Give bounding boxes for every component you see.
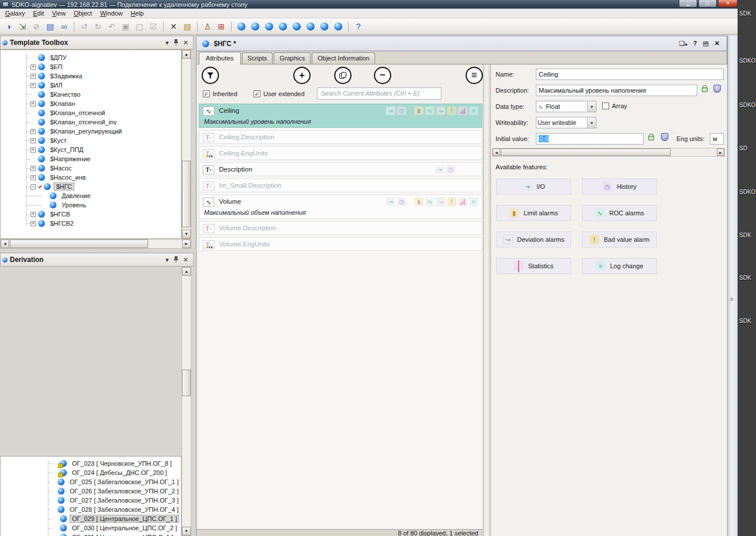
find-icon[interactable]: ∞ [58, 20, 70, 33]
synchronize-views-icon[interactable] [318, 20, 331, 33]
log-feature-button[interactable]: ≡Log change [582, 258, 657, 274]
tree-item-label[interactable]: $Клапан_отсечной [48, 109, 107, 117]
unlocked-icon[interactable] [648, 136, 654, 140]
scroll-thumb[interactable] [501, 149, 671, 156]
tree-item-label[interactable]: ОГ_030 [ Центральное_ЦПС.ОГ_2 ] [70, 524, 179, 532]
toolbox-item[interactable]: +$Насос_инв [1, 173, 181, 182]
tree-item-label[interactable]: $Клапан_регулирующий [48, 127, 124, 135]
tree-item-label[interactable]: $НГС [54, 183, 74, 191]
history-feature-button[interactable]: ◷History [582, 178, 657, 195]
attribute-row-volume-description[interactable]: TтVolume.Description [199, 221, 482, 235]
scroll-left-icon[interactable]: ◄ [1, 240, 9, 248]
toolbox-item[interactable]: +$НГСВ [1, 210, 181, 219]
collapse-icon[interactable]: − [31, 184, 36, 189]
graphic-toolbox-icon[interactable] [304, 20, 317, 33]
scroll-thumb[interactable] [182, 161, 191, 227]
attribute-row-ceiling-engunits[interactable]: TтCeiling.EngUnits [199, 146, 482, 160]
close-panel-icon[interactable]: ✕ [183, 256, 188, 264]
filter-button[interactable] [202, 67, 219, 84]
inherited-filter[interactable]: ✓ Inherited [203, 90, 237, 97]
initial-value-field[interactable]: 0,0 [536, 133, 644, 145]
checkbox-unchecked-icon[interactable] [602, 102, 609, 109]
expand-icon[interactable]: + [31, 64, 36, 70]
menu-help[interactable]: Help [127, 9, 148, 17]
derivation-item[interactable]: ОГ_031 [ Центральное_ЦПС.С_1 ] [1, 533, 181, 536]
expand-icon[interactable]: + [31, 221, 36, 226]
tree-item-label[interactable]: $Насос [48, 164, 74, 172]
security-shield-icon[interactable]: ↻ [713, 85, 721, 93]
attribute-row-volume-engunits[interactable]: TтVolume.EngUnits [199, 237, 482, 251]
checkout-icon[interactable]: ↺ [78, 20, 90, 33]
tree-item-label[interactable]: $НГСВ2 [48, 219, 76, 227]
checkbox-checked-icon[interactable]: ✓ [254, 90, 260, 97]
scroll-up-icon[interactable]: ▲ [182, 50, 191, 59]
tree-item-label[interactable]: ОГ_025 [ Забегаловское_УПН.ОГ_1 ] [67, 478, 181, 486]
menu-view[interactable]: View [48, 9, 70, 17]
derivation-view-icon[interactable] [263, 20, 275, 33]
search-input[interactable]: Search Current Attributes (Ctrl + E) [317, 88, 441, 100]
undo-checkout-icon[interactable]: ↶ [105, 20, 118, 33]
tree-item-label[interactable]: $ЕП [48, 63, 65, 71]
tree-item-label[interactable]: ОГ_029 [ Центральное_ЦПС.ОГ_1 ] [70, 515, 179, 523]
scroll-up-icon[interactable]: ▲ [182, 267, 191, 276]
toolbox-item[interactable]: +$Клапан [1, 99, 181, 108]
toolbox-item[interactable]: +$Куст [1, 136, 181, 145]
scroll-down-icon[interactable]: ▼ [182, 527, 191, 535]
expand-icon[interactable]: + [31, 166, 36, 171]
dev-feature-button[interactable]: ↝Deviation alarms [496, 231, 571, 248]
toolbox-item[interactable]: $Клапан_отсечной_inv [1, 117, 181, 127]
toolbox-hscrollbar[interactable]: ◄ ► [0, 239, 191, 249]
derivation-item[interactable]: ОГ_030 [ Центральное_ЦПС.ОГ_2 ] [1, 523, 181, 533]
menu-galaxy[interactable]: Galaxy [1, 9, 29, 17]
tree-item-label[interactable]: $Клапан [48, 100, 77, 108]
scroll-thumb[interactable] [182, 370, 191, 396]
tree-item-label[interactable]: ОГ_026 [ Забегаловское_УПН.ОГ_2 ] [67, 487, 181, 495]
add-attribute-button[interactable]: + [293, 67, 311, 84]
attribute-menu-button[interactable]: ≡ [466, 67, 483, 84]
unlocked-icon[interactable] [702, 88, 708, 92]
scroll-down-icon[interactable]: ▼ [182, 230, 191, 238]
minimize-button[interactable]: ▁ [679, 0, 697, 7]
tree-item-label[interactable]: Уровень [59, 201, 88, 209]
tree-item-label[interactable]: $Задвижка [48, 72, 85, 80]
derivation-vscrollbar[interactable]: ▲ ▼ [182, 267, 191, 536]
galaxy-browser-icon[interactable] [332, 20, 345, 33]
tree-item-label[interactable]: Давление [59, 192, 93, 200]
duplicate-attribute-button[interactable] [334, 67, 351, 84]
derivation-item[interactable]: ОГ_028 [ Забегаловское_УПН.ОГ_4 ] [1, 505, 181, 514]
menu-window[interactable]: Window [96, 9, 127, 17]
editor-splitter[interactable] [483, 64, 491, 536]
toolbox-item[interactable]: +$ЕП [1, 62, 181, 71]
tree-item-label[interactable]: $Качество [48, 90, 83, 98]
tree-item-label[interactable]: ОГ_028 [ Забегаловское_УПН.ОГ_4 ] [67, 505, 181, 514]
platform-manager-icon[interactable]: ⊞ [215, 20, 228, 33]
scroll-thumb[interactable] [10, 240, 148, 248]
toolbox-item[interactable]: +$Задвижка [1, 71, 181, 81]
help-icon[interactable]: ? [352, 20, 365, 33]
deployment-view-icon[interactable] [249, 20, 262, 33]
expand-icon[interactable]: + [31, 175, 36, 180]
toolbox-item[interactable]: +$ИЛ [1, 81, 181, 90]
tree-item-label[interactable]: $ДПУ [48, 54, 69, 62]
expand-icon[interactable]: + [31, 147, 36, 153]
expand-icon[interactable]: + [31, 138, 36, 143]
array-checkbox[interactable]: Array [602, 102, 627, 109]
dropdown-arrow-icon[interactable]: ▼ [587, 101, 596, 112]
scroll-right-icon[interactable]: ► [182, 240, 191, 248]
expand-icon[interactable]: + [31, 129, 36, 134]
engunits-field[interactable]: м [710, 133, 724, 145]
tab-object-information[interactable]: Object Information [312, 52, 375, 64]
tree-item-label[interactable]: $Напряжение [48, 155, 93, 163]
panel-menu-icon[interactable]: ▾ [165, 256, 169, 264]
tree-item-label[interactable]: ОГ_031 [ Центральное_ЦПС.С_1 ] [70, 533, 176, 536]
connect-galaxy-icon[interactable]: ◑ [2, 20, 15, 33]
checkin-icon[interactable]: ↻ [92, 20, 104, 33]
derivation-item[interactable]: ОГ_025 [ Забегаловское_УПН.ОГ_1 ] [1, 477, 181, 486]
toolbox-item[interactable]: +$Куст_ППД [1, 145, 181, 154]
model-view-icon[interactable] [235, 20, 248, 33]
save-icon[interactable]: ▤ [44, 20, 56, 33]
datatype-dropdown[interactable]: ∿ Float ▼ [536, 101, 596, 112]
attribute-row-im_small-description[interactable]: TтIm_Small.Description [199, 178, 482, 192]
operations-view-icon[interactable] [277, 20, 289, 33]
splitter-grip-icon[interactable]: ≡ [730, 296, 734, 302]
